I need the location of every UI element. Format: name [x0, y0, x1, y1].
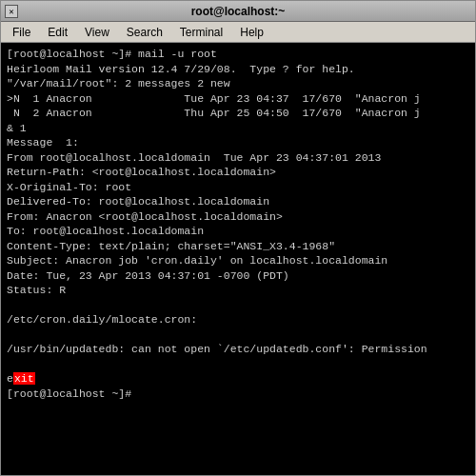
terminal-line-19	[7, 327, 469, 343]
terminal-line-10: Delivered-To: root@localhost.localdomain	[7, 194, 469, 209]
terminal-line-12: To: root@localhost.localdomain	[7, 224, 469, 239]
terminal-window: ✕ root@localhost:~ File Edit View Search…	[0, 0, 476, 476]
window-title: root@localhost:~	[191, 5, 286, 18]
terminal-line-20: /usr/bin/updatedb: can not open `/etc/up…	[7, 342, 469, 357]
terminal-line-6: Message 1:	[7, 135, 469, 150]
close-button[interactable]: ✕	[5, 5, 18, 18]
menu-search[interactable]: Search	[119, 24, 170, 41]
terminal-line-3: >N 1 Anacron Tue Apr 23 04:37 17/670 "An…	[7, 91, 469, 107]
terminal-line-16: Status: R	[7, 283, 469, 298]
terminal-line-7: From root@localhost.localdomain Tue Apr …	[7, 150, 469, 166]
menu-help[interactable]: Help	[232, 24, 271, 41]
terminal-last-line: [root@localhost ~]#	[7, 387, 469, 402]
terminal-line-2: "/var/mail/root": 2 messages 2 new	[7, 76, 469, 91]
menu-edit[interactable]: Edit	[40, 24, 75, 41]
menu-file[interactable]: File	[5, 24, 38, 41]
terminal-line-17	[7, 298, 469, 313]
title-bar-buttons: ✕	[5, 5, 18, 18]
terminal-line-with-highlight: exit	[7, 371, 469, 387]
title-bar: ✕ root@localhost:~	[1, 1, 475, 22]
terminal-line-11: From: Anacron <root@localhost.localdomai…	[7, 209, 469, 225]
terminal-line-5: & 1	[7, 121, 469, 136]
menu-terminal[interactable]: Terminal	[172, 24, 230, 41]
terminal-line-4: N 2 Anacron Thu Apr 25 04:50 17/670 "Ana…	[7, 106, 469, 121]
terminal-line-9: X-Original-To: root	[7, 180, 469, 195]
terminal-line-0: [root@localhost ~]# mail -u root	[7, 47, 469, 62]
terminal-body[interactable]: [root@localhost ~]# mail -u root Heirloo…	[1, 43, 475, 475]
terminal-line-13: Content-Type: text/plain; charset="ANSI_…	[7, 239, 469, 254]
menu-bar: File Edit View Search Terminal Help	[1, 22, 475, 43]
terminal-line-15: Date: Tue, 23 Apr 2013 04:37:01 -0700 (P…	[7, 268, 469, 284]
menu-view[interactable]: View	[77, 24, 117, 41]
terminal-line-14: Subject: Anacron job 'cron.daily' on loc…	[7, 253, 469, 268]
terminal-line-8: Return-Path: <root@localhost.localdomain…	[7, 165, 469, 180]
terminal-line-1: Heirloom Mail version 12.4 7/29/08. Type…	[7, 62, 469, 77]
highlighted-xit: xit	[13, 372, 35, 385]
terminal-line-18: /etc/cron.daily/mlocate.cron:	[7, 312, 469, 327]
terminal-line-21	[7, 357, 469, 372]
